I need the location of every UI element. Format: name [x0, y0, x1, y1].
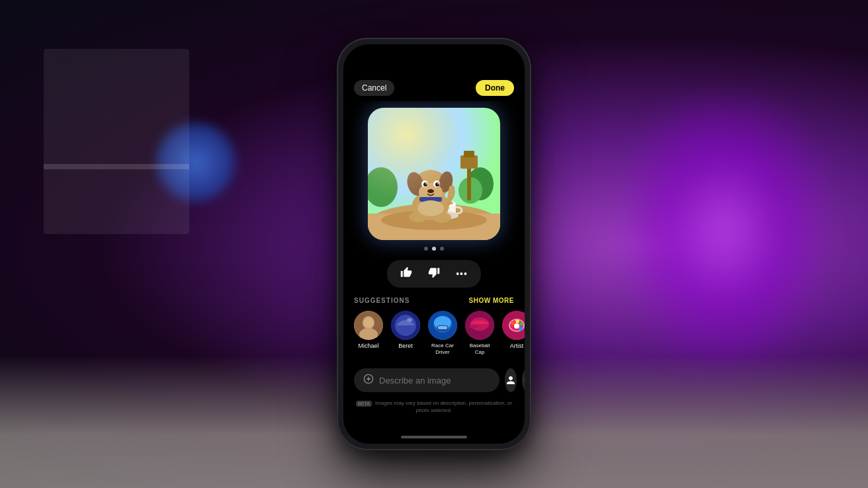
- action-buttons: •••: [387, 260, 481, 288]
- suggestions-section: SUGGESTIONS SHOW MORE: [343, 288, 525, 355]
- dot-3: [440, 247, 444, 251]
- svg-point-57: [519, 322, 523, 326]
- disclaimer-content: Images may vary based on description, pe…: [375, 400, 512, 413]
- done-button[interactable]: Done: [476, 80, 514, 96]
- suggestion-beret[interactable]: Beret: [391, 311, 420, 350]
- suggestion-label-artist: Artist: [510, 343, 524, 350]
- disclaimer: BETA Images may vary based on descriptio…: [343, 396, 525, 419]
- suggestion-avatar-michael: [354, 311, 383, 340]
- suggestion-label-beret: Beret: [398, 343, 413, 350]
- describe-image-input[interactable]: [379, 376, 490, 386]
- svg-point-38: [363, 317, 374, 328]
- suggestions-row: Michael Beret: [354, 311, 514, 355]
- input-area: [343, 360, 525, 396]
- input-row: [354, 368, 514, 392]
- show-more-button[interactable]: SHOW MORE: [469, 297, 514, 304]
- svg-point-56: [515, 319, 519, 323]
- svg-rect-34: [368, 108, 500, 240]
- pagination-dots: [424, 247, 444, 251]
- more-options-button[interactable]: •••: [455, 265, 469, 282]
- cancel-button[interactable]: Cancel: [354, 80, 394, 96]
- dot-2: [432, 247, 436, 251]
- text-input-wrapper: [354, 368, 499, 392]
- disclaimer-text: BETA Images may vary based on descriptio…: [354, 400, 514, 414]
- background-purple-glow: [626, 98, 824, 362]
- svg-point-59: [514, 323, 519, 329]
- suggestion-avatar-artist: [502, 311, 525, 340]
- suggestion-michael[interactable]: Michael: [354, 311, 383, 350]
- beta-badge: BETA: [356, 401, 372, 407]
- nav-bar: Cancel Done: [343, 77, 525, 101]
- svg-point-55: [511, 321, 515, 325]
- svg-point-58: [519, 327, 523, 331]
- generated-image-container: [368, 108, 500, 240]
- dynamic-island: [401, 51, 467, 69]
- thumbs-down-button[interactable]: [427, 265, 441, 282]
- home-bar: [401, 436, 467, 438]
- svg-rect-46: [438, 326, 447, 329]
- phone: Cancel Done: [338, 39, 530, 449]
- suggestion-racecar[interactable]: Race Car Driver: [428, 311, 457, 355]
- suggestion-avatar-beret: [391, 311, 420, 340]
- phone-screen: Cancel Done: [343, 44, 525, 444]
- thumbs-up-button[interactable]: [399, 265, 413, 282]
- person-button[interactable]: [505, 368, 517, 392]
- suggestion-avatar-baseball: [465, 311, 494, 340]
- dog-scene: [368, 108, 500, 240]
- dot-1: [424, 247, 428, 251]
- add-button[interactable]: [522, 368, 525, 392]
- suggestion-label-racecar: Race Car Driver: [428, 343, 457, 355]
- background-shelf: [44, 49, 189, 234]
- status-bar: [343, 44, 525, 77]
- sparkle-icon: [363, 374, 374, 387]
- svg-point-41: [407, 318, 412, 322]
- suggestions-label: SUGGESTIONS: [354, 297, 410, 304]
- suggestion-label-baseball: Baseball Cap: [465, 343, 494, 355]
- main-content: ••• SUGGESTIONS SHOW MORE: [343, 101, 525, 430]
- suggestion-avatar-racecar: [428, 311, 457, 340]
- suggestion-label-michael: Michael: [358, 343, 378, 350]
- suggestions-header: SUGGESTIONS SHOW MORE: [354, 297, 514, 304]
- suggestion-baseball[interactable]: Baseball Cap: [465, 311, 494, 355]
- suggestion-artist[interactable]: Artist: [502, 311, 525, 350]
- home-indicator: [343, 430, 525, 444]
- svg-rect-51: [469, 325, 478, 328]
